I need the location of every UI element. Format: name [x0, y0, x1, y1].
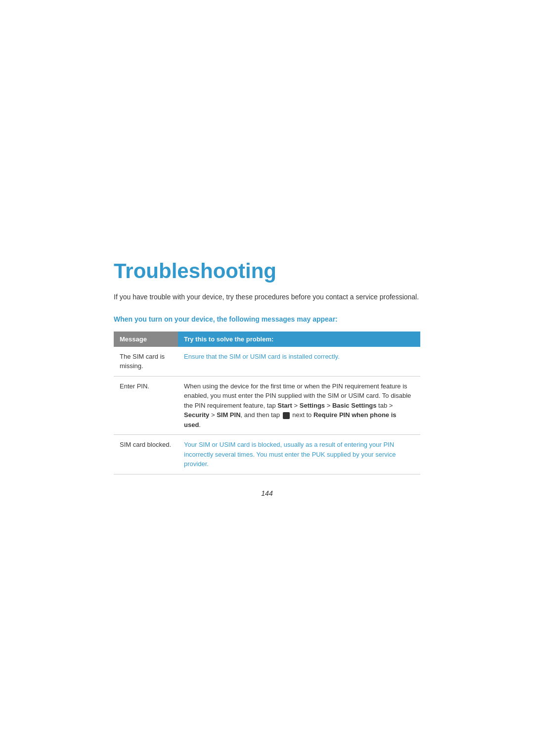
trouble-table: Message Try this to solve the problem: T…: [114, 331, 420, 474]
solution-text-1: Ensure that the SIM or USIM card is inst…: [184, 353, 340, 360]
solution-bold-start: Start: [277, 402, 292, 409]
intro-text: If you have trouble with your device, tr…: [114, 292, 420, 302]
message-label-2: Enter PIN.: [120, 382, 149, 390]
page-container: Troubleshooting If you have trouble with…: [0, 0, 534, 756]
message-label-3: SIM card blocked.: [120, 441, 171, 448]
solution-period: .: [199, 421, 201, 428]
table-row: The SIM card is missing. Ensure that the…: [114, 347, 420, 377]
table-row: Enter PIN. When using the device for the…: [114, 376, 420, 435]
solution-cell-3: Your SIM or USIM card is blocked, usuall…: [178, 435, 420, 474]
content-area: Troubleshooting If you have trouble with…: [114, 259, 420, 497]
message-cell-2: Enter PIN.: [114, 376, 178, 435]
solution-part3: >: [325, 402, 332, 409]
solution-bold-settings: Settings: [300, 402, 325, 409]
message-cell-1: The SIM card is missing.: [114, 347, 178, 377]
col-solution-header: Try this to solve the problem:: [178, 331, 420, 347]
message-cell-3: SIM card blocked.: [114, 435, 178, 474]
solution-part5: >: [209, 411, 217, 419]
solution-text-3: Your SIM or USIM card is blocked, usuall…: [184, 441, 396, 468]
col-message-header: Message: [114, 331, 178, 347]
solution-bold-simpin: SIM PIN: [217, 411, 240, 419]
solution-part7: next to: [291, 411, 313, 419]
solution-part2: >: [292, 402, 300, 409]
solution-part4: tab >: [377, 402, 393, 409]
solution-bold-basic: Basic Settings: [332, 402, 377, 409]
solution-cell-2: When using the device for the first time…: [178, 376, 420, 435]
table-row: SIM card blocked. Your SIM or USIM card …: [114, 435, 420, 474]
solution-bold-security: Security: [184, 411, 209, 419]
page-number: 144: [114, 489, 420, 497]
section-heading: When you turn on your device, the follow…: [114, 314, 420, 325]
table-header-row: Message Try this to solve the problem:: [114, 331, 420, 347]
page-title: Troubleshooting: [114, 259, 420, 283]
solution-cell-1: Ensure that the SIM or USIM card is inst…: [178, 347, 420, 377]
inline-button-icon: [283, 412, 290, 419]
message-label-1: The SIM card is missing.: [120, 353, 165, 370]
solution-part6: , and then tap: [241, 411, 282, 419]
